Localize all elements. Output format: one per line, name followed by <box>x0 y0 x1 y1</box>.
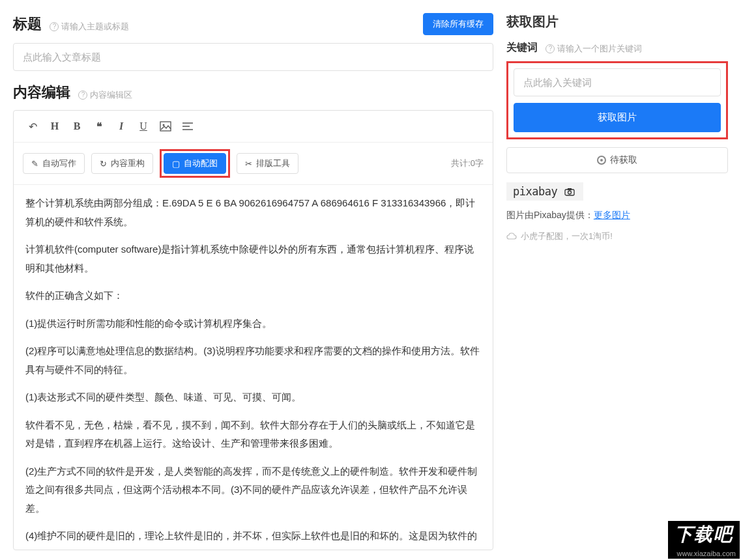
heading-icon[interactable]: H <box>45 117 65 135</box>
watermark: 下载吧 www.xiazaiba.com <box>668 521 740 559</box>
keyword-hint: ? 请输入一个图片关键词 <box>545 43 642 55</box>
footer-note: 小虎子配图，一次1淘币! <box>506 231 728 242</box>
paragraph: 整个计算机系统由两部分组成：E.69DA 5 E 6 BA 9062616964… <box>25 194 481 231</box>
undo-icon[interactable]: ↶ <box>23 117 42 135</box>
align-icon[interactable] <box>178 117 197 135</box>
cloud-icon <box>506 232 517 240</box>
quote-icon[interactable]: ❝ <box>89 117 109 135</box>
italic-icon[interactable]: I <box>111 117 131 135</box>
title-section-header: 标题 ? 请输入主题或标题 清除所有缓存 <box>13 13 493 35</box>
word-count: 共计:0字 <box>451 158 484 169</box>
fetch-image-title: 获取图片 <box>506 13 728 31</box>
typeset-button[interactable]: ✂排版工具 <box>237 153 298 174</box>
paragraph: (1)表达形式不同的硬件类型、颜色、味道、可见、可摸、可闻。 <box>25 388 481 407</box>
picture-icon: ▢ <box>172 159 180 169</box>
paragraph: (4)维护不同的硬件是旧的，理论上软件是旧的，并不坏，但实际上软件也是旧的和坏的… <box>25 527 481 550</box>
keyword-input[interactable] <box>514 68 721 96</box>
bold-icon[interactable]: B <box>67 117 87 135</box>
title-label: 标题 <box>13 16 42 32</box>
pending-status: 待获取 <box>506 147 728 173</box>
keyword-label: 关键词 <box>506 42 538 53</box>
auto-image-button[interactable]: ▢自动配图 <box>164 153 226 174</box>
svg-point-6 <box>568 191 571 194</box>
editor-content[interactable]: 整个计算机系统由两部分组成：E.69DA 5 E 6 BA 9062616964… <box>14 185 493 550</box>
clear-cache-button[interactable]: 清除所有缓存 <box>423 13 493 35</box>
content-label: 内容编辑 <box>13 84 70 100</box>
paragraph: 计算机软件(computer software)是指计算机系统中除硬件以外的所有… <box>25 240 481 277</box>
paragraph: (1)提供运行时所需功能和性能的命令或计算机程序集合。 <box>25 315 481 333</box>
info-icon: ? <box>50 22 59 31</box>
paragraph: (2)生产方式不同的软件是开发，是人类智能的高发挥，而不是传统意义上的硬件制造。… <box>25 462 481 518</box>
tool-icon: ✂ <box>245 159 252 169</box>
pending-icon <box>597 156 606 165</box>
info-icon: ? <box>78 91 87 100</box>
paragraph: 软件看不见，无色，枯燥，看不见，摸不到，闻不到。软件大部分存在于人们的头脑或纸上… <box>25 416 481 453</box>
paragraph: (2)程序可以满意地处理信息的数据结构。(3)说明程序功能要求和程序需要的文档的… <box>25 342 481 379</box>
pixabay-logo: pixabay <box>506 182 583 201</box>
highlight-keyword-area: 获取图片 <box>506 61 728 139</box>
refresh-icon: ↻ <box>100 159 107 169</box>
svg-point-1 <box>163 124 165 126</box>
more-images-link[interactable]: 更多图片 <box>594 210 630 220</box>
editor-container: ↶ H B ❝ I U ✎自动写作 ↻内容重构 ▢自动配图 <box>13 110 493 550</box>
content-hint: ? 内容编辑区 <box>78 89 132 101</box>
image-icon[interactable] <box>156 117 175 135</box>
auto-write-button[interactable]: ✎自动写作 <box>23 153 85 174</box>
article-title-input[interactable] <box>13 43 493 71</box>
paragraph: 软件的正确含义如下： <box>25 287 481 305</box>
highlight-auto-image: ▢自动配图 <box>160 149 230 178</box>
svg-rect-7 <box>568 188 572 190</box>
underline-icon[interactable]: U <box>134 117 153 135</box>
info-icon: ? <box>545 44 555 53</box>
image-credit: 图片由Pixabay提供：更多图片 <box>506 210 728 221</box>
restructure-button[interactable]: ↻内容重构 <box>91 153 153 174</box>
pencil-icon: ✎ <box>31 159 38 169</box>
action-toolbar: ✎自动写作 ↻内容重构 ▢自动配图 ✂排版工具 共计:0字 <box>14 143 493 185</box>
format-toolbar: ↶ H B ❝ I U <box>14 111 493 143</box>
title-hint: ? 请输入主题或标题 <box>50 21 129 33</box>
fetch-image-button[interactable]: 获取图片 <box>514 103 721 132</box>
